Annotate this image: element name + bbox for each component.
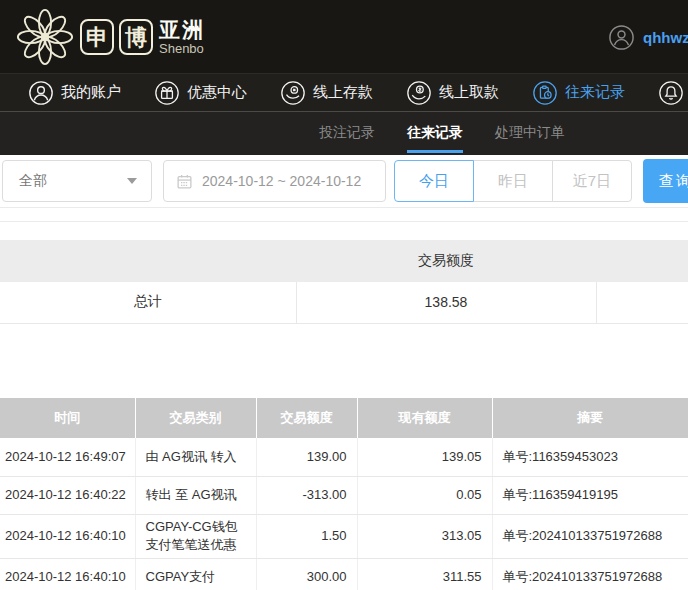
summary-header-row: 交易额度 [0,240,688,282]
cell-memo: 单号:202410133751972688 [492,514,688,558]
user-account-area[interactable]: qhhwz [608,24,688,51]
table-row: 2024-10-12 16:40:10 CGPAY支付 300.00 311.5… [0,558,688,590]
nav-item-online-deposit[interactable]: 线上存款 [280,80,373,106]
withdraw-icon [406,80,432,106]
filter-bar: 全部 2024-10-12 ~ 2024-10-12 今日 昨日 近7日 查询 [0,155,688,208]
cell-memo: 单号:202410133751972688 [492,558,688,590]
quick-range-last7days[interactable]: 近7日 [552,160,632,202]
summary-empty-cell [596,282,688,323]
nav-item-transaction-records[interactable]: 往来记录 [532,80,625,106]
nav-item-label: 线上取款 [439,83,499,102]
summary-total-row: 总计 138.58 [0,282,688,323]
brand-latin-label: Shenbo [159,41,205,56]
table-header-row: 时间 交易类别 交易额度 现有额度 摘要 [0,398,688,438]
date-range-input[interactable]: 2024-10-12 ~ 2024-10-12 [163,160,386,202]
cell-time: 2024-10-12 16:40:22 [0,476,135,514]
summary-table: 交易额度 总计 138.58 [0,240,688,324]
cell-type: CGPAY支付 [135,558,256,590]
cell-amount: 139.00 [256,438,357,476]
quick-range-group: 今日 昨日 近7日 [394,160,632,202]
quick-range-today[interactable]: 今日 [394,160,474,202]
cell-type: 由 AG视讯 转入 [135,438,256,476]
summary-total-label: 总计 [0,282,296,323]
top-header: 申 博 亚洲 Shenbo qhhwz [0,0,688,73]
cell-time: 2024-10-12 16:40:10 [0,558,135,590]
transaction-records-page: 申 博 亚洲 Shenbo qhhwz [0,0,688,590]
col-header-amount: 交易额度 [256,398,357,438]
nav-item-label: 优惠中心 [187,83,247,102]
brand-char-bo: 博 [119,19,153,55]
nav-item-label: 往来记录 [565,83,625,102]
category-select[interactable]: 全部 [2,160,152,202]
cell-time: 2024-10-12 16:40:10 [0,514,135,558]
cell-amount: 1.50 [256,514,357,558]
col-header-time: 时间 [0,398,135,438]
search-button[interactable]: 查询 [643,159,688,203]
quick-range-yesterday[interactable]: 昨日 [473,160,553,202]
summary-header-empty [0,240,296,282]
records-subnav: 投注记录 往来记录 处理中订单 [0,112,688,155]
calendar-icon [176,173,193,190]
tab-betting-records[interactable]: 投注记录 [319,112,375,155]
cell-memo: 单号:116359419195 [492,476,688,514]
date-range-value: 2024-10-12 ~ 2024-10-12 [202,173,361,189]
user-icon [28,80,54,106]
cell-balance: 313.05 [357,514,492,558]
summary-total-value: 138.58 [296,282,596,323]
gift-icon [154,80,180,106]
nav-item-announcements[interactable] [658,80,684,106]
table-row: 2024-10-12 16:49:07 由 AG视讯 转入 139.00 139… [0,438,688,476]
tab-processing-orders[interactable]: 处理中订单 [495,112,565,155]
chevron-down-icon [127,178,137,184]
cell-memo: 单号:116359453023 [492,438,688,476]
summary-header-amount: 交易额度 [296,240,596,282]
brand-name-boxes: 申 博 [80,19,153,55]
cell-type: CGPAY-CG钱包支付笔笔送优惠 [135,514,256,558]
nav-item-label: 我的账户 [61,83,121,102]
transactions-table: 时间 交易类别 交易额度 现有额度 摘要 2024-10-12 16:49:07… [0,398,688,590]
cell-balance: 311.55 [357,558,492,590]
cell-amount: -313.00 [256,476,357,514]
cell-balance: 0.05 [357,476,492,514]
brand-region-label: 亚洲 [159,19,205,41]
col-header-memo: 摘要 [492,398,688,438]
username-label: qhhwz [643,29,688,46]
filter-divider [0,208,688,222]
main-nav: 我的账户 优惠中心 [0,73,688,112]
tab-transaction-records[interactable]: 往来记录 [407,112,463,155]
cell-amount: 300.00 [256,558,357,590]
records-icon [532,80,558,106]
brand-logo[interactable]: 申 博 亚洲 Shenbo [14,6,205,68]
bell-icon [658,80,684,106]
brand-char-shen: 申 [80,19,114,55]
flower-logo-icon [14,6,76,68]
nav-item-my-account[interactable]: 我的账户 [28,80,121,106]
cell-type: 转出 至 AG视讯 [135,476,256,514]
cell-balance: 139.05 [357,438,492,476]
col-header-balance: 现有额度 [357,398,492,438]
table-row: 2024-10-12 16:40:10 CGPAY-CG钱包支付笔笔送优惠 1.… [0,514,688,558]
nav-item-label: 线上存款 [313,83,373,102]
cell-time: 2024-10-12 16:49:07 [0,438,135,476]
nav-item-promotions[interactable]: 优惠中心 [154,80,247,106]
category-select-value: 全部 [19,172,127,190]
nav-item-online-withdraw[interactable]: 线上取款 [406,80,499,106]
summary-header-empty [596,240,688,282]
table-row: 2024-10-12 16:40:22 转出 至 AG视讯 -313.00 0.… [0,476,688,514]
deposit-icon [280,80,306,106]
user-avatar-icon [608,24,635,51]
col-header-type: 交易类别 [135,398,256,438]
